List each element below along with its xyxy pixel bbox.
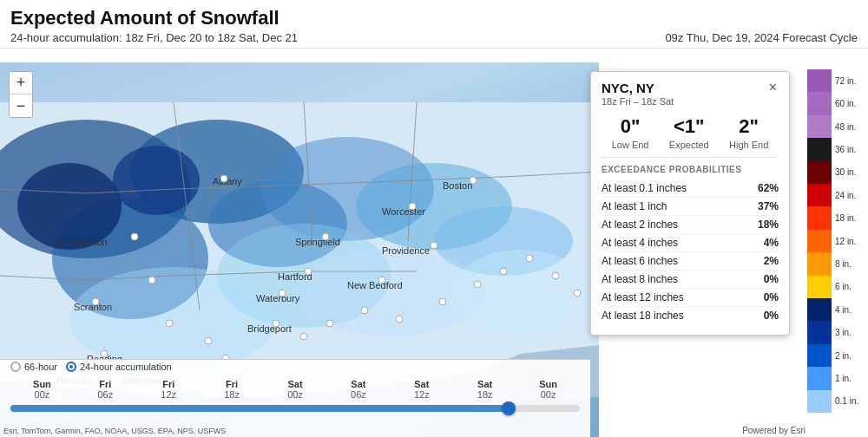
header: Expected Amount of Snowfall 24-hour accu…: [0, 0, 868, 49]
svg-text:Springfield: Springfield: [295, 237, 340, 247]
timeline-track[interactable]: [10, 405, 580, 412]
esri-attribution: Powered by Esri: [742, 426, 806, 435]
legend-color-swatch: [807, 298, 832, 321]
svg-point-32: [131, 233, 138, 240]
legend-item: 36 in.: [807, 138, 868, 160]
timeline: 66-hour 24-hour accumulation Sun 00z Fri…: [0, 359, 590, 437]
svg-text:Bridgeport: Bridgeport: [247, 323, 292, 334]
legend-item: 48 in.: [807, 115, 868, 138]
svg-point-40: [273, 320, 279, 327]
zoom-in-button[interactable]: +: [10, 72, 32, 95]
exceedance-label: At least 12 inches: [602, 291, 684, 303]
exceedance-row: At least 2 inches 18%: [602, 216, 779, 234]
exceedance-row: At least 12 inches 0%: [602, 289, 779, 307]
timeline-item[interactable]: Sat 18z: [453, 379, 516, 400]
legend-color-swatch: [807, 161, 832, 184]
timeline-fill: [10, 405, 509, 412]
timeline-day: Sat: [287, 379, 302, 389]
svg-point-54: [439, 298, 446, 305]
timeline-day: Sat: [477, 379, 492, 389]
exceedance-row: At least 1 inch 37%: [602, 198, 779, 216]
exceedance-label: At least 2 inches: [602, 218, 678, 231]
timeline-labels: Sun 00z Fri 06z Fri 12z Fri 18z Sat 00z …: [0, 374, 590, 401]
timeline-day: Fri: [162, 379, 174, 389]
mode-66h-button[interactable]: 66-hour: [10, 362, 57, 372]
exceedance-pct: 2%: [764, 255, 779, 267]
timeline-item[interactable]: Sun 00z: [516, 379, 580, 400]
low-end-value: 0": [612, 115, 649, 138]
popup-city: NYC, NY: [602, 81, 674, 95]
high-end-value: 2": [729, 115, 768, 138]
timeline-hour: 12z: [414, 389, 430, 400]
svg-point-41: [92, 298, 99, 305]
timeline-item[interactable]: Fri 18z: [201, 379, 264, 400]
exceedance-pct: 18%: [758, 218, 779, 231]
zoom-out-button[interactable]: −: [10, 95, 32, 117]
legend-label: 24 in.: [832, 191, 856, 200]
timeline-item[interactable]: Fri 12z: [137, 379, 201, 400]
legend-color-swatch: [807, 206, 832, 229]
attribution-sources: Esri, TomTom, Garmin, FAO, NOAA, USGS, E…: [3, 427, 226, 435]
timeline-hour: 00z: [287, 389, 303, 400]
powered-by-esri: Powered by Esri: [742, 426, 806, 435]
exceedance-label: At least 8 inches: [602, 273, 678, 285]
legend-color-swatch: [807, 276, 832, 298]
svg-point-46: [166, 320, 173, 327]
timeline-item[interactable]: Sat 06z: [326, 379, 390, 400]
exceedance-row: At least 8 inches 0%: [602, 271, 779, 289]
map-controls: + −: [9, 71, 33, 118]
exceedance-table: At least 0.1 inches 62% At least 1 inch …: [602, 179, 779, 324]
svg-text:Waterbury: Waterbury: [256, 293, 300, 303]
forecast-cycle: 09z Thu, Dec 19, 2024 Forecast Cycle: [665, 31, 858, 44]
legend-label: 1 in.: [832, 374, 852, 383]
exceedance-label: At least 1 inch: [602, 200, 667, 212]
exceedance-title: EXCEEDANCE PROBABILITIES: [602, 165, 779, 174]
svg-point-34: [409, 203, 416, 210]
legend-color-swatch: [807, 344, 832, 367]
timeline-item[interactable]: Sun 00z: [10, 379, 74, 400]
low-end-col: 0" Low End: [612, 115, 649, 150]
mode-66h-label: 66-hour: [24, 362, 57, 372]
timeline-hour: 00z: [541, 389, 556, 400]
timeline-item[interactable]: Sat 00z: [264, 379, 327, 400]
legend-bar: 72 in. 60 in. 48 in. 36 in. 30 in. 24 in…: [807, 69, 868, 413]
svg-text:Providence: Providence: [382, 245, 430, 256]
exceedance-pct: 0%: [764, 291, 779, 303]
legend-color-swatch: [807, 115, 832, 138]
exceedance-row: At least 0.1 inches 62%: [602, 179, 779, 198]
timeline-hour: 18z: [224, 389, 240, 400]
expected-value: <1": [669, 115, 709, 138]
svg-point-42: [101, 350, 108, 357]
legend-color-swatch: [807, 230, 832, 252]
timeline-hour: 06z: [351, 389, 366, 400]
close-button[interactable]: ×: [767, 81, 779, 95]
legend-item: 3 in.: [807, 321, 868, 343]
svg-point-38: [279, 290, 286, 297]
popup-card: NYC, NY 18z Fri – 18z Sat × 0" Low End <…: [590, 71, 790, 336]
exceedance-pct: 0%: [764, 273, 779, 285]
timeline-item[interactable]: Sat 12z: [390, 379, 453, 400]
legend-color-swatch: [807, 92, 832, 114]
legend-item: 4 in.: [807, 298, 868, 321]
legend-label: 36 in.: [832, 145, 856, 154]
legend-item: 2 in.: [807, 344, 868, 367]
popup-time-range: 18z Fri – 18z Sat: [602, 96, 674, 107]
timeline-day: Sat: [351, 379, 365, 389]
timeline-item[interactable]: Fri 06z: [74, 379, 137, 400]
legend-color-swatch: [807, 138, 832, 160]
svg-point-36: [431, 242, 437, 249]
exceedance-label: At least 18 inches: [602, 310, 684, 322]
legend: 72 in. 60 in. 48 in. 36 in. 30 in. 24 in…: [807, 62, 868, 420]
legend-item: 12 in.: [807, 230, 868, 252]
timeline-thumb[interactable]: [502, 401, 516, 415]
svg-point-12: [451, 250, 590, 336]
svg-point-58: [552, 272, 559, 279]
legend-label: 4 in.: [832, 305, 852, 315]
mode-24h-button[interactable]: 24-hour accumulation: [66, 362, 172, 372]
legend-color-swatch: [807, 252, 832, 275]
svg-point-51: [326, 320, 333, 327]
legend-item: 60 in.: [807, 92, 868, 114]
high-end-col: 2" High End: [729, 115, 768, 150]
svg-point-57: [526, 255, 533, 262]
svg-point-31: [220, 175, 227, 182]
